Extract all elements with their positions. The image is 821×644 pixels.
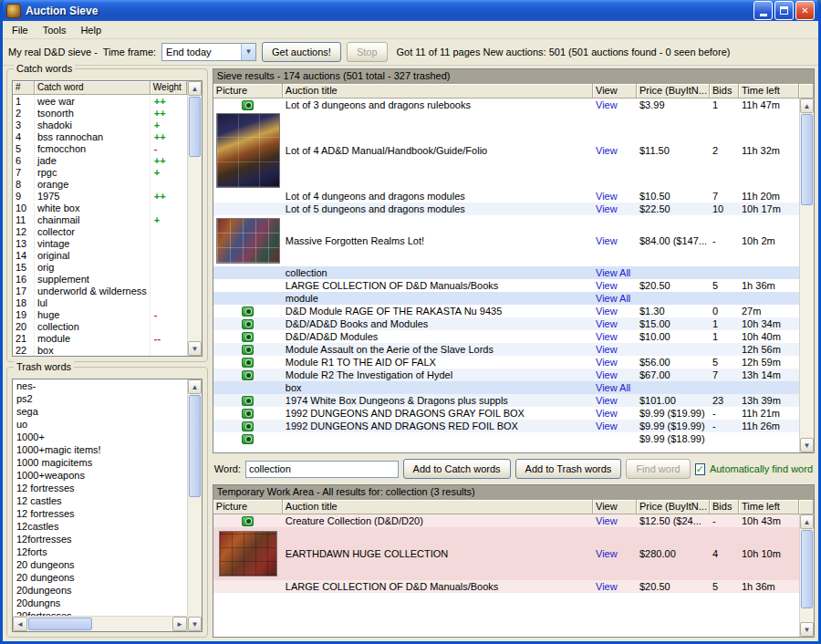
trash-word-item[interactable]: 12 castles (13, 494, 187, 507)
scrollbar-track[interactable] (188, 96, 202, 341)
col-catch-word[interactable]: Catch word (35, 81, 151, 95)
view-link[interactable]: View (596, 203, 618, 214)
catch-word-row[interactable]: 7 rpgc + (13, 166, 187, 178)
col-number[interactable]: # (13, 81, 35, 95)
view-link[interactable]: View (596, 306, 618, 317)
scroll-left-icon[interactable]: ◄ (13, 617, 27, 631)
catch-word-row[interactable]: 2 tsonorth ++ (13, 107, 187, 119)
catch-word-row[interactable]: 11 chainmail + (13, 213, 187, 225)
close-button[interactable]: ✕ (795, 1, 815, 20)
view-link[interactable]: View (596, 191, 618, 202)
trash-word-item[interactable]: 20dungeons (13, 584, 187, 597)
work-area-scrollbar[interactable]: ▲ ▼ (799, 514, 814, 637)
view-link[interactable]: View (596, 395, 618, 406)
get-auctions-button[interactable]: Get auctions! (262, 42, 341, 62)
combo-arrow-icon[interactable]: ▼ (241, 44, 255, 60)
view-link[interactable]: View (596, 548, 618, 559)
view-link[interactable]: View (596, 99, 618, 110)
trash-word-item[interactable]: 1000+weapons (13, 469, 187, 482)
catch-word-row[interactable]: 16 supplement (13, 273, 187, 285)
col-time-left[interactable]: Time left (739, 84, 799, 99)
scrollbar-thumb[interactable] (189, 97, 201, 157)
trash-word-item[interactable]: ps2 (13, 392, 187, 405)
col-picture[interactable]: Picture (213, 84, 283, 99)
trash-word-item[interactable]: uo (13, 418, 187, 431)
catch-word-row[interactable]: 8 orange (13, 178, 187, 190)
word-input[interactable] (245, 461, 399, 478)
catch-word-row[interactable]: 19 huge - (13, 308, 187, 320)
catch-word-row[interactable]: 4 bss rannochan ++ (13, 130, 187, 142)
trash-word-item[interactable]: 20 dungeons (13, 571, 187, 584)
auto-find-label[interactable]: Automatically find word (710, 463, 813, 474)
catch-word-row[interactable]: 5 fcmocchon - (13, 142, 187, 154)
scrollbar-thumb[interactable] (801, 530, 813, 608)
col-view[interactable]: View (593, 84, 637, 99)
trash-word-item[interactable]: 1000 magicitems (13, 456, 187, 469)
scrollbar-track[interactable] (188, 394, 202, 617)
view-link[interactable]: View (596, 280, 618, 291)
trash-word-item[interactable]: 20 dungeons (13, 558, 187, 571)
trash-words-scrollbar[interactable]: ▲ ▼ (187, 379, 202, 631)
col-time-left[interactable]: Time left (739, 500, 799, 514)
catch-word-row[interactable]: 12 collector (13, 225, 187, 237)
col-auction-title[interactable]: Auction title (283, 500, 593, 514)
trash-word-item[interactable]: 12 fortresses (13, 482, 187, 494)
scroll-up-icon[interactable]: ▲ (188, 81, 202, 96)
add-to-catch-words-button[interactable]: Add to Catch words (403, 459, 511, 479)
scroll-down-icon[interactable]: ▼ (800, 438, 814, 452)
scrollbar-track[interactable] (27, 617, 172, 631)
catch-word-row[interactable]: 20 collection (13, 320, 187, 332)
catch-words-scrollbar[interactable]: ▲ ▼ (187, 81, 202, 356)
col-price[interactable]: Price (BuyItN... (637, 84, 710, 99)
col-bids[interactable]: Bids (710, 84, 739, 99)
col-price[interactable]: Price (BuyItN... (637, 500, 710, 514)
menu-item[interactable]: File (5, 23, 36, 37)
trash-word-item[interactable]: 20dungns (13, 597, 187, 609)
col-auction-title[interactable]: Auction title (283, 84, 593, 99)
view-link[interactable]: View All (596, 267, 630, 278)
catch-word-row[interactable]: 15 orig (13, 261, 187, 273)
catch-word-row[interactable]: 9 1975 ++ (13, 190, 187, 202)
col-weight[interactable]: Weight (151, 81, 187, 95)
maximize-button[interactable] (774, 1, 794, 20)
view-link[interactable]: View (596, 145, 618, 156)
scroll-right-icon[interactable]: ► (172, 617, 187, 631)
view-link[interactable]: View All (596, 382, 630, 393)
scrollbar-track[interactable] (800, 529, 814, 622)
scrollbar-thumb[interactable] (801, 114, 813, 205)
view-link[interactable]: View (596, 581, 618, 592)
auto-find-checkbox[interactable]: ✓ (695, 463, 705, 475)
view-link[interactable]: View (596, 408, 618, 419)
menu-item[interactable]: Help (73, 23, 109, 37)
catch-word-row[interactable]: 3 shadoki + (13, 119, 187, 130)
catch-word-row[interactable]: 14 original (13, 249, 187, 261)
view-link[interactable]: View (596, 331, 618, 342)
col-picture[interactable]: Picture (213, 500, 283, 514)
scrollbar-thumb[interactable] (189, 395, 201, 497)
catch-word-row[interactable]: 1 wee war ++ (13, 95, 187, 107)
trash-word-item[interactable]: 12castles (13, 520, 187, 533)
sieve-results-scrollbar[interactable]: ▲ ▼ (799, 99, 814, 452)
trash-word-item[interactable]: nes- (13, 379, 187, 392)
stop-button[interactable]: Stop (347, 42, 388, 62)
view-link[interactable]: View (596, 235, 618, 246)
scroll-up-icon[interactable]: ▲ (800, 99, 814, 113)
catch-word-row[interactable]: 21 module -- (13, 332, 187, 344)
titlebar[interactable]: Auction Sieve ✕ (3, 0, 818, 21)
col-view[interactable]: View (593, 500, 637, 514)
trash-word-item[interactable]: sega (13, 405, 187, 418)
minimize-button[interactable] (753, 1, 773, 20)
col-bids[interactable]: Bids (710, 500, 739, 514)
menu-item[interactable]: Tools (36, 23, 74, 37)
catch-word-row[interactable]: 18 lul (13, 296, 187, 308)
view-link[interactable]: View (596, 344, 618, 355)
trash-word-item[interactable]: 20fortresses (13, 609, 187, 616)
trash-word-item[interactable]: 12forts (13, 545, 187, 558)
catch-word-row[interactable]: 6 jade ++ (13, 154, 187, 166)
catch-word-row[interactable]: 10 white box (13, 202, 187, 213)
scrollbar-thumb[interactable] (28, 618, 92, 630)
scroll-down-icon[interactable]: ▼ (800, 622, 814, 637)
catch-word-row[interactable]: 22 box (13, 344, 187, 356)
trash-word-item[interactable]: 1000+magic items! (13, 443, 187, 456)
trash-word-item[interactable]: 1000+ (13, 431, 187, 443)
